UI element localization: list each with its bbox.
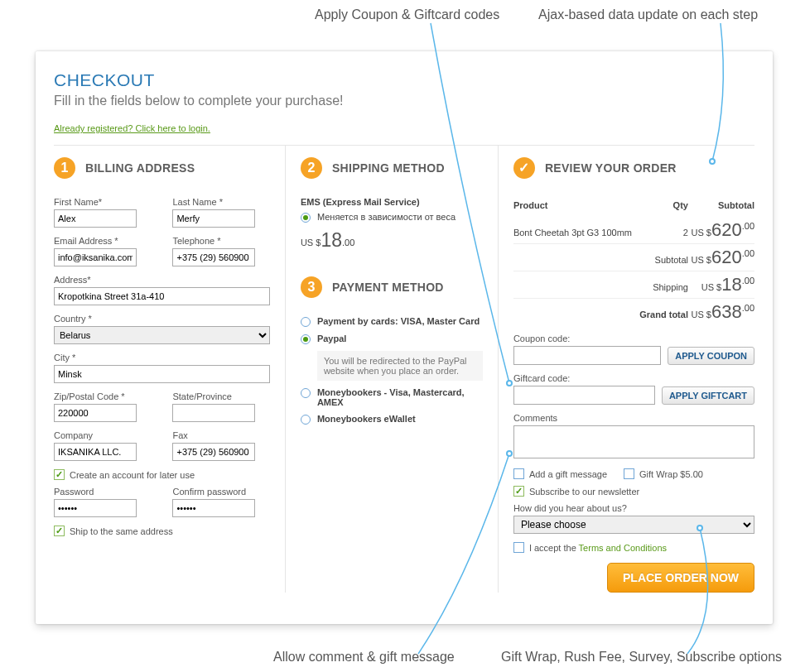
- state-input[interactable]: [172, 404, 255, 422]
- shipping-price: US $18.00: [301, 229, 483, 252]
- checkout-panel: CHECKOUT Fill in the fields below to com…: [36, 51, 773, 624]
- callout-dot: [506, 450, 513, 457]
- hear-label: How did you hear about us?: [513, 503, 754, 513]
- billing-column: 1 BILLING ADDRESS First Name* Last Name …: [54, 146, 286, 593]
- coupon-label: Coupon code:: [513, 334, 754, 343]
- gift-wrap-checkbox[interactable]: [624, 468, 634, 479]
- ship-same-checkbox[interactable]: [54, 526, 65, 536]
- create-account-label: Create an account for later use: [70, 470, 195, 480]
- zip-input[interactable]: [54, 404, 137, 422]
- comments-label: Comments: [513, 413, 754, 423]
- place-order-button[interactable]: PLACE ORDER NOW: [607, 563, 754, 593]
- th-qty: Qty: [638, 197, 688, 217]
- giftcard-label: Giftcard code:: [513, 373, 754, 383]
- telephone-label: Telephone *: [172, 236, 269, 246]
- address-label: Address*: [54, 275, 270, 285]
- step-badge-review: ✓: [513, 157, 535, 179]
- fax-input[interactable]: [172, 443, 255, 461]
- th-subtotal: Subtotal: [688, 197, 754, 217]
- line-product: Bont Cheetah 3pt G3 100mm: [513, 217, 638, 244]
- gift-message-checkbox[interactable]: [513, 468, 524, 479]
- newsletter-label: Subscribe to our newsletter: [529, 487, 639, 497]
- country-select[interactable]: Belarus: [54, 326, 270, 344]
- state-label: State/Province: [172, 391, 269, 401]
- company-label: Company: [54, 430, 151, 440]
- shipping-method-name: EMS (Express Mail Service): [301, 197, 483, 207]
- order-line: Bont Cheetah 3pt G3 100mm 2 US $620.00: [513, 217, 754, 244]
- login-link[interactable]: Already registered? Click here to login.: [54, 123, 210, 133]
- telephone-input[interactable]: [172, 248, 255, 266]
- shipping-title: SHIPPING METHOD: [332, 161, 445, 175]
- review-column: ✓ REVIEW YOUR ORDER ProductQtySubtotal B…: [499, 146, 754, 593]
- callout-dot: [506, 380, 513, 386]
- address-input[interactable]: [54, 287, 270, 305]
- city-input[interactable]: [54, 365, 270, 383]
- ship-same-label: Ship to the same address: [70, 526, 173, 536]
- payment-mb-wallet-label: Moneybookers eWallet: [317, 414, 416, 424]
- create-account-checkbox[interactable]: [54, 469, 65, 480]
- shipping-method-note: Меняется в зависимости от веса: [317, 212, 456, 222]
- apply-giftcard-button[interactable]: APPLY GIFTCART: [662, 386, 754, 405]
- payment-radio-cards[interactable]: [301, 317, 311, 327]
- payment-paypal-note: You will be redirected to the PayPal web…: [317, 351, 483, 381]
- terms-link[interactable]: Terms and Conditions: [579, 543, 667, 553]
- company-input[interactable]: [54, 443, 137, 461]
- giftcard-input[interactable]: [513, 386, 655, 405]
- last-name-label: Last Name *: [172, 197, 269, 207]
- grand-total-label: Grand total: [638, 299, 688, 326]
- confirm-label: Confirm password: [172, 487, 269, 497]
- step-badge-1: 1: [54, 157, 75, 179]
- callout-dot: [709, 158, 716, 165]
- subtotal-amount: US $620.00: [688, 244, 754, 271]
- zip-label: Zip/Postal Code *: [54, 391, 151, 401]
- apply-coupon-button[interactable]: APPLY COUPON: [668, 347, 754, 365]
- annotation-coupon: Apply Coupon & Giftcard codes: [315, 7, 499, 22]
- payment-radio-paypal[interactable]: [301, 334, 311, 344]
- coupon-input[interactable]: [513, 346, 661, 365]
- payment-mb-cards-label: Moneybookers - Visa, Mastercard, AMEX: [317, 387, 483, 407]
- th-product: Product: [513, 197, 638, 217]
- payment-cards-label: Payment by cards: VISA, Master Card: [317, 316, 480, 326]
- page-title: CHECKOUT: [54, 70, 754, 90]
- order-table: ProductQtySubtotal Bont Cheetah 3pt G3 1…: [513, 197, 754, 325]
- email-input[interactable]: [54, 248, 137, 266]
- terms-checkbox[interactable]: [513, 542, 524, 553]
- payment-title: PAYMENT METHOD: [332, 281, 444, 294]
- page-subtitle: Fill in the fields below to complete you…: [54, 94, 754, 108]
- line-qty: 2: [638, 217, 688, 244]
- city-label: City *: [54, 353, 270, 362]
- line-amount: US $620.00: [688, 217, 754, 244]
- first-name-input[interactable]: [54, 209, 137, 228]
- subtotal-label: Subtotal: [638, 244, 688, 271]
- password-label: Password: [54, 487, 151, 497]
- shipping-cost-amount: US $18.00: [688, 271, 754, 299]
- password-input[interactable]: [54, 499, 137, 517]
- review-title: REVIEW YOUR ORDER: [545, 161, 677, 175]
- gift-message-label: Add a gift message: [529, 469, 607, 479]
- step-badge-2: 2: [301, 157, 322, 179]
- callout-dot: [697, 525, 703, 531]
- grand-total-amount: US $638.00: [688, 299, 754, 326]
- confirm-input[interactable]: [172, 499, 255, 517]
- shipping-cost-label: Shipping: [638, 271, 688, 299]
- payment-radio-mb-cards[interactable]: [301, 388, 311, 398]
- country-label: Country *: [54, 314, 270, 324]
- comments-textarea[interactable]: [513, 425, 754, 458]
- payment-paypal-label: Paypal: [317, 334, 346, 343]
- fax-label: Fax: [172, 430, 269, 440]
- annotation-comment: Allow comment & gift message: [273, 650, 455, 665]
- gift-wrap-label: Gift Wrap $5.00: [639, 469, 703, 479]
- email-label: Email Address *: [54, 236, 151, 246]
- shipping-payment-column: 2 SHIPPING METHOD EMS (Express Mail Serv…: [286, 146, 499, 593]
- last-name-input[interactable]: [172, 209, 255, 228]
- shipping-radio[interactable]: [301, 213, 311, 223]
- step-badge-3: 3: [301, 276, 322, 298]
- payment-radio-mb-wallet[interactable]: [301, 415, 311, 425]
- first-name-label: First Name*: [54, 197, 151, 207]
- billing-title: BILLING ADDRESS: [85, 161, 195, 175]
- annotation-options: Gift Wrap, Rush Fee, Survey, Subscribe o…: [501, 650, 782, 665]
- terms-prefix: I accept the: [529, 543, 579, 553]
- newsletter-checkbox[interactable]: [513, 486, 524, 497]
- hear-select[interactable]: Please choose: [513, 516, 754, 534]
- annotation-ajax: Ajax-based data update on each step: [538, 7, 758, 22]
